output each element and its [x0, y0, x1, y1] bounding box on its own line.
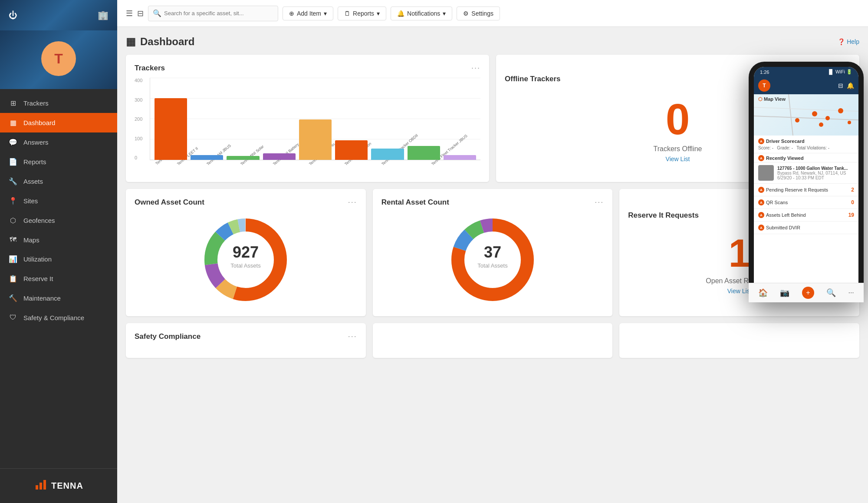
- reserve-count: 1: [729, 234, 750, 273]
- rental-donut: 37 Total Assets: [381, 212, 604, 308]
- reserve-card-header: Reserve It Requests ···: [628, 211, 851, 220]
- sidebar-label-assets: Assets: [23, 178, 43, 185]
- reserve-card-title: Reserve It Requests: [628, 211, 699, 220]
- sidebar-nav: ⊞ Trackers ▦ Dashboard 💬 Answers 📄 Repor…: [0, 89, 117, 468]
- bar-labels: Tenna QR TennaFLEET II TennaCAM JBUS Ten…: [150, 162, 480, 167]
- sites-icon: 📍: [9, 197, 17, 205]
- search-icon: 🔍: [153, 9, 161, 17]
- offline-view-list[interactable]: View List: [666, 156, 690, 162]
- owned-donut: 927 Total Assets: [135, 212, 357, 308]
- trackers-menu-button[interactable]: ···: [471, 63, 480, 73]
- cards-row-3: Safety Compliance ···: [126, 323, 859, 358]
- sidebar-label-geofences: Geofences: [23, 217, 55, 224]
- safety-card: Safety Compliance ···: [126, 323, 366, 358]
- bar-chart-area: [150, 78, 480, 160]
- sidebar-item-maps[interactable]: 🗺 Maps: [0, 230, 117, 249]
- sidebar-label-dashboard: Dashboard: [23, 119, 55, 126]
- sidebar-item-trackers[interactable]: ⊞ Trackers: [0, 93, 117, 113]
- svg-text:Total Assets: Total Assets: [477, 262, 508, 269]
- sidebar-label-maps: Maps: [23, 236, 39, 244]
- sidebar-item-geofences[interactable]: ⬡ Geofences: [0, 211, 117, 230]
- geofences-icon: ⬡: [9, 216, 17, 225]
- cards-row-1: Trackers ··· 400 300 200 100 0: [126, 55, 859, 182]
- trackers-card-title: Trackers: [135, 64, 165, 73]
- offline-count: 0: [666, 97, 690, 141]
- safety-card-header: Safety Compliance ···: [135, 332, 357, 341]
- reports-button[interactable]: 🗒 Reports ▾: [338, 7, 386, 20]
- sidebar-item-reports[interactable]: 📄 Reports: [0, 152, 117, 172]
- owned-menu-button[interactable]: ···: [348, 198, 357, 207]
- safety-icon: 🛡: [9, 314, 17, 321]
- sidebar-label-safety: Safety & Compliance: [23, 314, 84, 321]
- sidebar-item-safety[interactable]: 🛡 Safety & Compliance: [0, 308, 117, 327]
- sidebar-label-maintenance: Maintenance: [23, 295, 61, 302]
- search-input[interactable]: [164, 10, 273, 17]
- svg-rect-0: [36, 485, 38, 490]
- sidebar-label-utilization: Utilization: [23, 255, 52, 263]
- sidebar-header: ⏻ 🏢: [0, 0, 117, 30]
- dashboard: ▦ Dashboard ❓ Help Trackers ··· 400 300: [117, 27, 868, 503]
- search-box[interactable]: 🔍: [148, 6, 278, 21]
- tenna-logo: TENNA: [34, 477, 83, 494]
- utilization-icon: 📊: [9, 255, 17, 263]
- offline-trackers-card: Offline Trackers ··· 0 Trackers Offline …: [496, 55, 859, 182]
- bar-tennacam: [227, 78, 259, 160]
- reserve-menu-button[interactable]: ···: [842, 211, 851, 220]
- svg-rect-1: [39, 483, 42, 490]
- rental-menu-button[interactable]: ···: [595, 198, 604, 207]
- offline-trackers-title: Offline Trackers: [505, 75, 561, 83]
- bar-tennamini-plugin: [335, 78, 368, 160]
- rental-card-title: Rental Asset Count: [381, 198, 449, 207]
- sidebar-label-sites: Sites: [23, 197, 38, 205]
- sidebar-label-reports: Reports: [23, 158, 46, 165]
- gear-icon: ⚙: [463, 10, 469, 17]
- notifications-button[interactable]: 🔔 Notifications ▾: [391, 7, 452, 20]
- sidebar-item-dashboard[interactable]: ▦ Dashboard: [0, 113, 117, 132]
- sidebar-item-maintenance[interactable]: 🔨 Maintenance: [0, 288, 117, 308]
- owned-card-header: Owned Asset Count ···: [135, 198, 357, 207]
- maps-icon: 🗺: [9, 236, 17, 244]
- offline-menu-button[interactable]: ···: [842, 74, 851, 83]
- plus-icon: ⊕: [289, 10, 294, 17]
- bar-fleet-jbus: [444, 78, 476, 160]
- tenna-logo-icon: [34, 477, 48, 494]
- rental-donut-svg: 37 Total Assets: [445, 212, 540, 308]
- bar-chart: 400 300 200 100 0: [135, 78, 480, 173]
- bar-tennamini-battery: [299, 78, 332, 160]
- reserve-view-list[interactable]: View List: [727, 288, 752, 295]
- sidebar-footer: TENNA: [0, 468, 117, 503]
- sidebar-item-utilization[interactable]: 📊 Utilization: [0, 249, 117, 269]
- sidebar-item-reserve-it[interactable]: 📋 Reserve It: [0, 269, 117, 288]
- y-axis: 400 300 200 100 0: [135, 78, 150, 160]
- trackers-card-header: Trackers ···: [135, 63, 480, 73]
- menu-icon[interactable]: ☰: [126, 9, 133, 18]
- placeholder-card-3: [619, 323, 859, 358]
- sidebar: ⏻ 🏢 T ⊞ Trackers ▦ Dashboard 💬 Answers 📄…: [0, 0, 117, 503]
- building-icon[interactable]: 🏢: [98, 10, 108, 20]
- help-link[interactable]: ❓ Help: [838, 38, 859, 45]
- dashboard-icon: ▦: [9, 119, 17, 127]
- sidebar-label-trackers: Trackers: [23, 99, 49, 107]
- sidebar-item-sites[interactable]: 📍 Sites: [0, 191, 117, 211]
- placeholder-card-2: [373, 323, 613, 358]
- sidebar-label-reserve-it: Reserve It: [23, 275, 53, 282]
- safety-menu-button[interactable]: ···: [348, 332, 357, 341]
- sidebar-item-answers[interactable]: 💬 Answers: [0, 132, 117, 152]
- chevron-down-icon: ▾: [324, 10, 327, 17]
- settings-button[interactable]: ⚙ Settings: [457, 7, 500, 20]
- reserve-label: Open Asset Requests: [706, 277, 773, 285]
- offline-label: Trackers Offline: [653, 145, 702, 153]
- main-wrapper: ☰ ⊟ 🔍 ⊕ Add Item ▾ 🗒 Reports ▾ 🔔 Notific…: [117, 0, 868, 503]
- sidebar-item-assets[interactable]: 🔧 Assets: [0, 172, 117, 191]
- rental-card-header: Rental Asset Count ···: [381, 198, 604, 207]
- filter-icon[interactable]: ⊟: [137, 9, 144, 18]
- svg-text:927: 927: [233, 243, 259, 261]
- bar-tenna-qr: [155, 78, 187, 160]
- power-icon[interactable]: ⏻: [9, 10, 17, 20]
- add-item-button[interactable]: ⊕ Add Item ▾: [283, 7, 333, 20]
- reports-btn-icon: 🗒: [344, 10, 350, 17]
- svg-text:37: 37: [484, 243, 501, 261]
- bar-tennafleet: [191, 78, 223, 160]
- reserve-it-icon: 📋: [9, 275, 17, 283]
- bar-fleet-obdii: [408, 78, 440, 160]
